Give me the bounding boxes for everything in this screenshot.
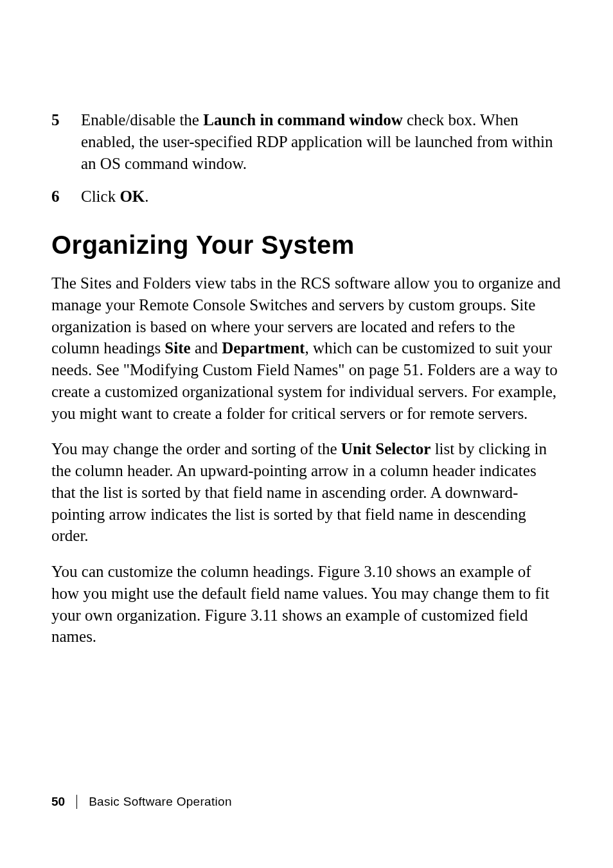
list-body: Click OK. <box>81 186 562 208</box>
chapter-title: Basic Software Operation <box>89 795 232 809</box>
list-marker: 5 <box>51 109 81 131</box>
bold-text: Department <box>222 339 305 357</box>
text-run: . <box>145 188 148 205</box>
list-item: 5 Enable/disable the Launch in command w… <box>51 109 562 174</box>
text-run: and <box>191 339 222 357</box>
bold-text: Launch in command window <box>203 111 403 128</box>
body-paragraph: You may change the order and sorting of … <box>51 438 562 547</box>
footer-separator <box>76 795 77 809</box>
list-marker: 6 <box>51 186 81 208</box>
section-heading: Organizing Your System <box>51 231 562 260</box>
bold-text: Unit Selector <box>341 440 431 457</box>
page-footer: 50 Basic Software Operation <box>51 795 232 809</box>
page-number: 50 <box>51 795 65 809</box>
bold-text: Site <box>164 339 190 357</box>
document-page: 5 Enable/disable the Launch in command w… <box>0 0 613 868</box>
list-body: Enable/disable the Launch in command win… <box>81 109 562 174</box>
text-run: Enable/disable the <box>81 111 203 128</box>
numbered-list: 5 Enable/disable the Launch in command w… <box>51 109 562 208</box>
text-run: You may change the order and sorting of … <box>51 440 341 457</box>
body-paragraph: You can customize the column headings. F… <box>51 561 562 648</box>
bold-text: OK <box>120 188 145 205</box>
text-run: Click <box>81 188 120 205</box>
list-item: 6 Click OK. <box>51 186 562 208</box>
body-paragraph: The Sites and Folders view tabs in the R… <box>51 272 562 424</box>
